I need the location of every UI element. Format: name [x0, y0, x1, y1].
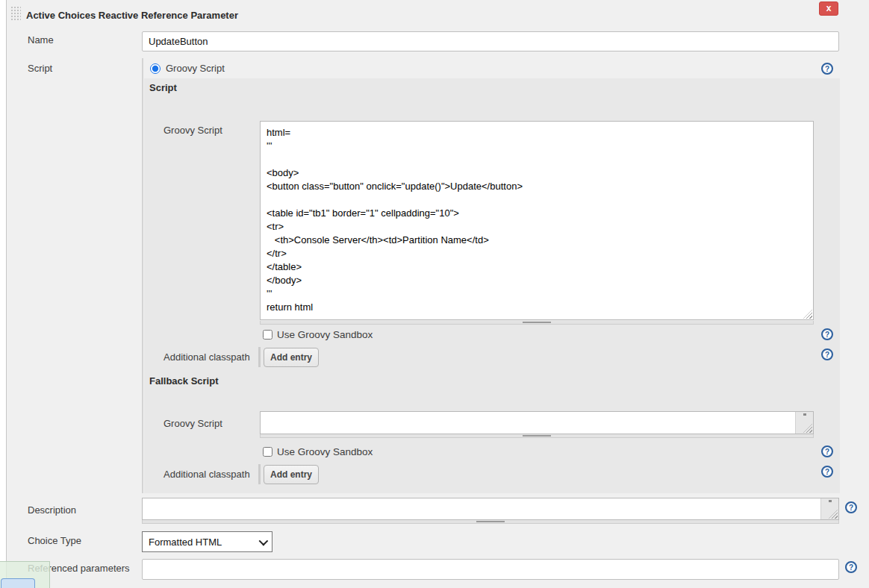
scrollbar-nub-icon	[803, 413, 806, 416]
partial-button[interactable]	[1, 578, 35, 588]
groovy-script-label: Groovy Script	[163, 125, 222, 136]
use-sandbox-checkbox[interactable]	[263, 330, 272, 340]
help-icon[interactable]: ?	[845, 501, 857, 513]
parameter-title: Active Choices Reactive Reference Parame…	[26, 10, 238, 21]
add-entry-button[interactable]: Add entry	[264, 465, 319, 484]
use-sandbox-checkbox[interactable]	[263, 447, 272, 457]
groovy-script-textarea[interactable]: html= ''' <body> <button class="button" …	[260, 121, 814, 320]
insertion-point-marker	[258, 347, 261, 367]
help-icon[interactable]: ?	[821, 348, 833, 360]
help-icon[interactable]: ?	[821, 328, 833, 340]
choice-type-label: Choice Type	[28, 535, 81, 546]
help-icon[interactable]: ?	[821, 445, 833, 457]
help-icon[interactable]: ?	[845, 561, 857, 573]
description-editor-wrap	[142, 498, 839, 520]
choice-type-select[interactable]: Formatted HTML	[142, 531, 272, 552]
use-sandbox-label: Use Groovy Sandbox	[277, 329, 373, 340]
resize-grippie[interactable]	[260, 321, 814, 325]
use-sandbox-label: Use Groovy Sandbox	[277, 446, 373, 457]
groovy-script-editor-wrap: html= ''' <body> <button class="button" …	[260, 121, 814, 320]
scrollbar-nub-icon	[829, 500, 832, 502]
use-sandbox-row: Use Groovy Sandbox	[263, 446, 373, 457]
additional-classpath-label: Additional classpath	[163, 469, 250, 480]
help-icon[interactable]: ?	[821, 63, 833, 75]
fallback-groovy-script-label: Groovy Script	[163, 418, 222, 429]
drag-handle-icon[interactable]	[10, 6, 21, 20]
fallback-script-textarea[interactable]	[260, 411, 814, 434]
use-sandbox-row: Use Groovy Sandbox	[263, 329, 373, 340]
close-button[interactable]: x	[819, 1, 838, 16]
description-label: Description	[28, 504, 76, 516]
section-left-border	[142, 58, 143, 493]
groovy-script-radio-label: Groovy Script	[166, 63, 225, 74]
name-input[interactable]	[142, 31, 839, 51]
fallback-script-editor-wrap	[260, 411, 814, 434]
script-label: Script	[28, 63, 52, 74]
fallback-script-heading: Fallback Script	[149, 375, 218, 387]
referenced-parameters-input[interactable]	[142, 559, 839, 580]
groovy-script-radio-row: Groovy Script	[150, 63, 225, 74]
resize-grippie[interactable]	[142, 520, 839, 524]
script-section-heading: Script	[149, 82, 177, 93]
insertion-point-marker	[258, 464, 261, 484]
additional-classpath-label: Additional classpath	[163, 351, 250, 363]
groovy-script-radio[interactable]	[150, 63, 161, 74]
chevron-down-icon	[259, 536, 269, 545]
name-label: Name	[28, 34, 54, 46]
description-textarea[interactable]	[142, 498, 839, 520]
add-entry-button[interactable]: Add entry	[264, 348, 319, 367]
choice-type-selected-value: Formatted HTML	[149, 537, 222, 548]
parameter-config-page: Active Choices Reactive Reference Parame…	[0, 0, 869, 588]
help-icon[interactable]: ?	[821, 466, 833, 478]
resize-grippie[interactable]	[260, 434, 814, 438]
